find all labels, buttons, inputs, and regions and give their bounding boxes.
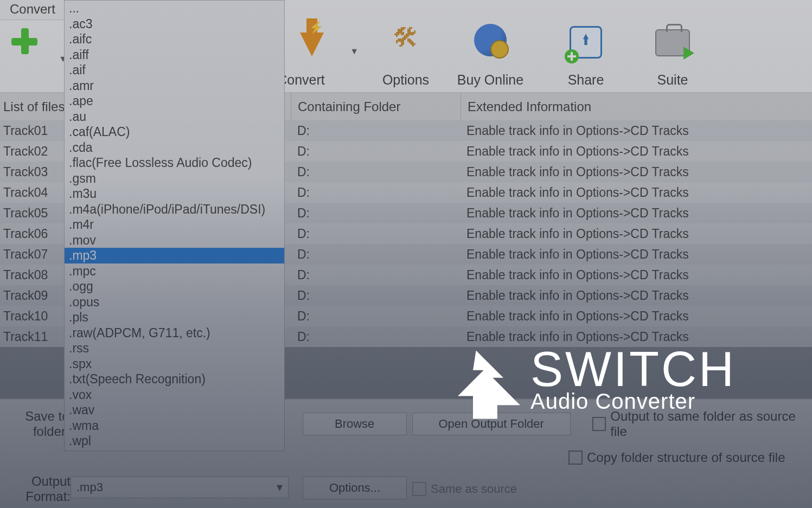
format-option[interactable]: .au — [65, 109, 284, 125]
format-option[interactable]: .mpc — [65, 263, 284, 279]
options-label: Options — [362, 72, 449, 88]
format-option[interactable]: .ape — [65, 93, 284, 109]
share-icon — [570, 26, 602, 59]
format-option[interactable]: .rss — [65, 340, 284, 356]
convert-arrow-icon: ⚡ — [300, 33, 324, 56]
format-option[interactable]: .amr — [65, 78, 284, 94]
col-ext[interactable]: Extended Information — [461, 93, 812, 120]
file-ext-info: Enable track info in Options->CD Tracks — [460, 165, 812, 179]
output-format-label: Output Format: — [0, 474, 76, 504]
browse-button[interactable]: Browse — [303, 413, 407, 435]
file-ext-info: Enable track info in Options->CD Tracks — [460, 206, 812, 221]
same-as-source-checkbox[interactable]: Same as source — [412, 482, 517, 496]
format-option[interactable]: .ac3 — [65, 16, 284, 32]
format-option[interactable]: .mov — [65, 233, 284, 248]
app-root: Convert ▼ Add File(s) ⚡ ▼ Convert 🛠 Opti… — [0, 0, 812, 508]
format-option[interactable]: .txt(Speech Recognition) — [65, 371, 284, 387]
briefcase-icon — [655, 29, 690, 56]
plus-icon — [9, 26, 40, 56]
format-option[interactable]: .gsm — [65, 171, 284, 187]
file-ext-info: Enable track info in Options->CD Tracks — [460, 185, 812, 200]
buy-online-label: Buy Online — [447, 72, 534, 88]
format-option[interactable]: .spx — [65, 356, 284, 372]
file-folder: D: — [291, 309, 460, 324]
file-folder: D: — [291, 165, 460, 179]
format-option[interactable]: .vox — [65, 387, 284, 403]
file-folder: D: — [291, 330, 460, 344]
file-ext-info: Enable track info in Options->CD Tracks — [460, 144, 812, 159]
output-format-combo[interactable]: .mp3 ▾ — [71, 477, 289, 498]
share-label: Share — [542, 72, 629, 88]
checkbox-icon — [568, 451, 583, 465]
convert-menu[interactable]: Convert — [0, 0, 66, 20]
suite-label: Suite — [629, 72, 716, 88]
file-folder: D: — [291, 288, 460, 303]
format-option[interactable]: .raw(ADPCM, G711, etc.) — [65, 325, 284, 341]
format-option[interactable]: .cda — [65, 140, 284, 156]
copy-structure-checkbox[interactable]: Copy folder structure of source file — [568, 450, 785, 465]
buy-online-button[interactable]: Buy Online — [447, 21, 534, 92]
file-folder: D: — [291, 124, 460, 138]
globe-icon — [474, 24, 507, 56]
copy-structure-label: Copy folder structure of source file — [587, 450, 785, 465]
format-option[interactable]: .wav — [65, 402, 284, 418]
save-to-label: Save to folder: — [0, 409, 75, 439]
format-option[interactable]: .wpl — [65, 433, 284, 449]
file-folder: D: — [291, 247, 460, 262]
format-option[interactable]: .aif — [65, 62, 284, 78]
suite-button[interactable]: Suite — [629, 21, 716, 92]
format-option[interactable]: .caf(ALAC) — [65, 124, 284, 140]
file-folder: D: — [291, 227, 460, 241]
output-format-value: .mp3 — [76, 480, 103, 494]
format-option[interactable]: .pls — [65, 310, 284, 325]
format-option[interactable]: .opus — [65, 294, 284, 310]
switch-arrow-icon — [450, 346, 526, 422]
format-option[interactable]: .m3u — [65, 186, 284, 202]
brand-logo: SWITCH Audio Converter — [450, 346, 736, 422]
file-folder: D: — [291, 144, 460, 159]
file-ext-info: Enable track info in Options->CD Tracks — [460, 247, 812, 262]
file-folder: D: — [291, 185, 460, 200]
svg-marker-0 — [458, 350, 520, 419]
options-button[interactable]: 🛠 Options — [362, 21, 449, 92]
format-option[interactable]: ... — [65, 1, 284, 16]
chevron-down-icon[interactable]: ▼ — [350, 47, 359, 56]
share-button[interactable]: Share — [542, 21, 629, 92]
format-option[interactable]: .m4a(iPhone/iPod/iPad/iTunes/DSI) — [65, 202, 284, 217]
file-ext-info: Enable track info in Options->CD Tracks — [460, 288, 812, 303]
file-folder: D: — [291, 206, 460, 221]
brand-name: SWITCH — [530, 346, 736, 393]
same-as-source-label: Same as source — [431, 482, 517, 496]
format-option[interactable]: .m4r — [65, 217, 284, 233]
add-files-button[interactable]: ▼ Add File(s) — [0, 18, 65, 92]
format-option[interactable]: .ogg — [65, 279, 284, 294]
file-ext-info: Enable track info in Options->CD Tracks — [460, 124, 812, 138]
chevron-down-icon: ▾ — [277, 480, 283, 494]
format-option[interactable]: .flac(Free Lossless Audio Codec) — [65, 155, 284, 171]
wrench-icon: 🛠 — [393, 23, 419, 53]
format-option[interactable]: .mp3 — [65, 248, 284, 263]
checkbox-icon — [412, 482, 426, 496]
format-option[interactable]: .aifc — [65, 31, 284, 47]
file-ext-info: Enable track info in Options->CD Tracks — [460, 309, 812, 324]
format-option[interactable]: .aiff — [65, 47, 284, 63]
file-ext-info: Enable track info in Options->CD Tracks — [460, 227, 812, 241]
format-dropdown[interactable]: ....ac3.aifc.aiff.aif.amr.ape.au.caf(ALA… — [64, 0, 285, 451]
format-option[interactable]: .wma — [65, 418, 284, 434]
col-folder[interactable]: Containing Folder — [291, 93, 461, 120]
file-folder: D: — [291, 268, 460, 282]
encoder-options-button[interactable]: Options... — [303, 477, 407, 499]
file-ext-info: Enable track info in Options->CD Tracks — [460, 268, 812, 282]
